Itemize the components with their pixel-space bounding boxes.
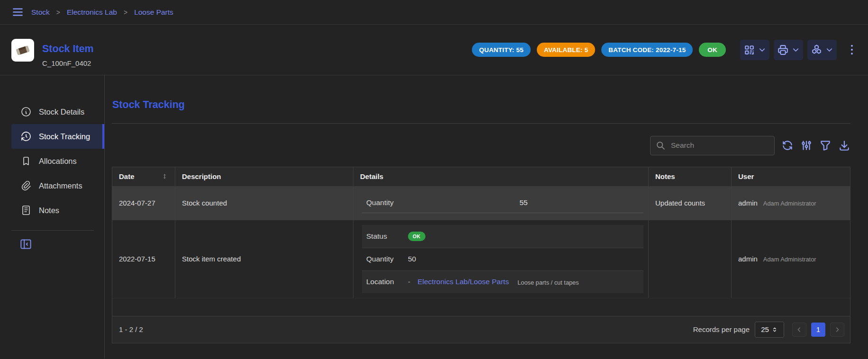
- table-header-row: Date Description Details Notes User: [112, 167, 850, 186]
- username: admin: [738, 255, 758, 263]
- section-divider: [112, 123, 850, 124]
- capacitor-image: [14, 42, 31, 59]
- user-fullname: Adam Administrator: [763, 256, 816, 263]
- table-row[interactable]: 2022-07-15 Stock item created Status OK …: [112, 220, 850, 298]
- more-options-button[interactable]: [845, 43, 859, 56]
- sidebar: Stock Details Stock Tracking Allocations…: [0, 75, 105, 359]
- breadcrumb-electronics-lab[interactable]: Electronics Lab: [67, 8, 117, 17]
- paperclip-icon: [20, 180, 32, 191]
- chevron-down-icon: [758, 45, 767, 54]
- column-header-label: Description: [182, 172, 221, 180]
- date-value: 2022-07-15: [119, 255, 155, 263]
- column-header-description[interactable]: Description: [175, 167, 353, 186]
- column-header-notes: Notes: [648, 167, 731, 186]
- detail-label: Quantity: [366, 255, 408, 263]
- sidebar-item-notes[interactable]: Notes: [11, 198, 104, 223]
- detail-value: 55: [408, 198, 639, 207]
- stock-item-thumbnail[interactable]: [11, 39, 34, 62]
- detail-label: Quantity: [366, 198, 408, 207]
- previous-page-button[interactable]: [792, 323, 806, 337]
- location-dash: -: [408, 278, 410, 286]
- table-settings-button[interactable]: [800, 139, 813, 152]
- notes-icon: [20, 205, 32, 216]
- notes-value: Updated counts: [655, 199, 705, 207]
- location-link[interactable]: Electronics Lab/Loose Parts: [417, 278, 509, 286]
- table-footer: 1 - 2 / 2 Records per page 25: [112, 316, 850, 343]
- sidebar-item-attachments[interactable]: Attachments: [11, 173, 104, 198]
- cell-notes: Updated counts: [648, 187, 731, 220]
- sidebar-item-label: Stock Tracking: [39, 132, 90, 141]
- description-value: Stock counted: [182, 199, 227, 207]
- refresh-button[interactable]: [781, 139, 794, 152]
- sidebar-item-allocations[interactable]: Allocations: [11, 149, 104, 173]
- history-icon: [20, 131, 32, 142]
- cell-date: 2022-07-15: [112, 220, 175, 298]
- available-badge: AVAILABLE: 5: [537, 43, 595, 57]
- breadcrumb: Stock > Electronics Lab > Loose Parts: [31, 8, 173, 17]
- page-title: Stock Item: [42, 44, 94, 54]
- column-header-details: Details: [353, 167, 648, 186]
- search-input[interactable]: [670, 141, 769, 150]
- stock-item-name: C_100nF_0402: [42, 60, 94, 67]
- detail-label: Location: [366, 278, 408, 286]
- info-circle-icon: [20, 106, 32, 117]
- cell-details: Status OK Quantity 50 Location - Electro…: [353, 220, 648, 298]
- detail-label: Status: [366, 232, 408, 241]
- sidebar-item-stock-details[interactable]: Stock Details: [11, 99, 104, 124]
- chevron-left-icon: [796, 326, 803, 333]
- packages-icon: [811, 44, 823, 56]
- filter-button[interactable]: [819, 139, 832, 152]
- page-1-button[interactable]: 1: [811, 323, 825, 337]
- main-panel: Stock Tracking: [105, 75, 868, 359]
- cell-description: Stock item created: [175, 220, 353, 298]
- section-title: Stock Tracking: [112, 99, 850, 111]
- detail-row-quantity: Quantity 50: [362, 248, 643, 270]
- sidebar-divider: [11, 230, 94, 231]
- column-header-user: User: [731, 167, 850, 186]
- batch-code-badge: BATCH CODE: 2022-7-15: [601, 43, 693, 57]
- location-note: Loose parts / cut tapes: [517, 278, 579, 286]
- page-header: Stock Item C_100nF_0402 QUANTITY: 55 AVA…: [0, 25, 868, 75]
- cell-details: Quantity 55: [353, 187, 648, 220]
- sidebar-item-stock-tracking[interactable]: Stock Tracking: [11, 124, 104, 149]
- adjustments-icon: [800, 139, 813, 152]
- status-ok-mini-badge: OK: [408, 232, 425, 241]
- cell-notes: [648, 220, 731, 298]
- page-size-select[interactable]: 25: [755, 322, 784, 338]
- stock-actions-button[interactable]: [807, 40, 837, 60]
- breadcrumb-stock[interactable]: Stock: [31, 8, 50, 17]
- dots-vertical-icon: [845, 43, 859, 56]
- sidebar-collapse-button[interactable]: [19, 238, 32, 251]
- breadcrumb-separator: >: [56, 9, 60, 16]
- page-body: Stock Details Stock Tracking Allocations…: [0, 75, 868, 359]
- page-number: 1: [816, 325, 820, 333]
- user-fullname: Adam Administrator: [763, 200, 816, 207]
- table-row[interactable]: 2024-07-27 Stock counted Quantity 55 Upd…: [112, 186, 850, 220]
- bookmark-icon: [20, 155, 32, 167]
- sort-icon: [161, 173, 168, 180]
- sidebar-item-label: Allocations: [39, 157, 77, 166]
- status-ok-badge: OK: [699, 43, 726, 57]
- next-page-button[interactable]: [830, 323, 844, 337]
- qr-code-icon: [743, 44, 755, 56]
- barcode-actions-button[interactable]: [740, 40, 769, 60]
- user-wrap: admin Adam Administrator: [738, 199, 816, 207]
- column-header-date[interactable]: Date: [112, 167, 175, 186]
- download-icon: [838, 139, 850, 152]
- description-value: Stock item created: [182, 255, 241, 263]
- page-size-value: 25: [761, 325, 769, 333]
- sidebar-collapse-icon: [19, 238, 32, 251]
- hamburger-menu-icon[interactable]: [11, 6, 24, 18]
- breadcrumb-loose-parts[interactable]: Loose Parts: [134, 8, 173, 17]
- chevron-down-icon: [825, 45, 834, 54]
- detail-value: 50: [408, 255, 416, 263]
- status-badges: QUANTITY: 55 AVAILABLE: 5 BATCH CODE: 20…: [472, 43, 726, 57]
- date-value: 2024-07-27: [119, 199, 155, 207]
- chevron-down-icon: [791, 45, 800, 54]
- cell-user: admin Adam Administrator: [731, 220, 850, 298]
- records-per-page-label: Records per page: [693, 325, 750, 333]
- download-button[interactable]: [838, 139, 850, 152]
- print-actions-button[interactable]: [774, 40, 803, 60]
- search-icon: [656, 141, 666, 151]
- detail-row-quantity: Quantity 55: [362, 193, 643, 213]
